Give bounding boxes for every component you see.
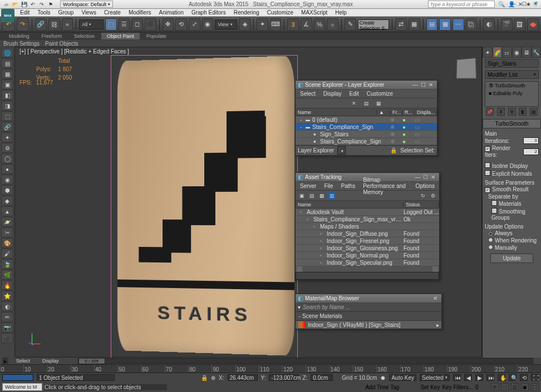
material-item[interactable]: Indoor_Sign ( VRayMtl ) [Sign_Stairs] — [308, 322, 436, 328]
key-mode-combo[interactable]: Selected — [420, 374, 450, 381]
left-tool-1[interactable]: ▤ — [1, 58, 13, 68]
lock-selection-icon[interactable]: 🔒 — [201, 375, 208, 381]
at-row[interactable]: ▫Indoor_Sign_Specular.pngFound — [296, 259, 439, 266]
at-row[interactable]: ▫Indoor_Sign_Diffuse.pngFound — [296, 230, 439, 237]
cmd-tab-hierarchy[interactable]: ⚏ — [502, 47, 512, 58]
material-browser-panel[interactable]: ◧Material/Map Browser✕ ▾ Search by Name … — [295, 294, 442, 329]
at-status-field[interactable] — [296, 272, 439, 280]
named-selection-combo[interactable]: Create Selection S — [358, 19, 390, 29]
menu-group[interactable]: Group — [55, 9, 77, 16]
ribbon-tab-populate[interactable]: Populate — [141, 33, 172, 39]
modifier-turbosmooth[interactable]: ⦿ TurboSmooth — [485, 82, 538, 90]
tool-expand-button[interactable]: ▸ — [2, 358, 8, 365]
cmd-tab-motion[interactable]: ◉ — [512, 47, 522, 58]
qat-open-icon[interactable]: 📂 — [11, 1, 19, 8]
close-button[interactable]: ✕ — [530, 0, 541, 8]
update-render-radio[interactable] — [488, 237, 493, 242]
transform-y-field[interactable]: -123.007cm — [269, 374, 299, 381]
maximize-button[interactable]: ☐ — [519, 0, 530, 8]
menu-maxscript[interactable]: MAXScript — [298, 9, 331, 16]
play-button[interactable]: ▶ — [475, 374, 483, 381]
left-tool-18[interactable]: 🎨 — [1, 238, 13, 248]
curve-editor-button[interactable]: 〰 — [453, 18, 464, 31]
unlink-button[interactable]: ⛓ — [48, 18, 60, 31]
timeline-key-button[interactable] — [2, 374, 33, 381]
se-menu-customize[interactable]: Customize — [363, 91, 396, 97]
isoline-checkbox[interactable] — [485, 162, 490, 168]
left-tool-20[interactable]: 🍃 — [1, 259, 13, 269]
autokey-icon[interactable]: ⏺ — [380, 375, 386, 381]
at-icon-3[interactable]: ▦ — [318, 192, 326, 200]
bind-spacewarp-button[interactable]: ≈ — [62, 18, 73, 31]
at-menu-bitmap[interactable]: Bitmap Performance and Memory — [360, 177, 411, 195]
left-tool-14[interactable]: ◆ — [1, 196, 13, 206]
left-tool-17[interactable]: ✂ — [1, 227, 13, 237]
nav-zoom-button[interactable]: 🔍 — [509, 374, 517, 381]
left-tool-23[interactable]: ⭐ — [1, 291, 13, 301]
at-row[interactable]: ▫Indoor_Sign_Fresnel.pngFound — [296, 237, 439, 245]
ribbon-tab-selection[interactable]: Selection — [68, 33, 100, 39]
render-iters-spinner[interactable]: 2 — [523, 148, 539, 155]
se-footer-dropdown[interactable] — [337, 146, 346, 155]
left-tool-9[interactable]: ⚙ — [1, 143, 13, 153]
transform-z-field[interactable]: 0.0cm — [311, 374, 333, 381]
menu-rendering[interactable]: Rendering — [230, 9, 263, 16]
time-slider-track[interactable]: 0 / 225 — [78, 358, 533, 364]
menu-create[interactable]: Create — [101, 9, 124, 16]
qat-redo-icon[interactable]: ↷ — [38, 1, 46, 8]
at-menu-paths[interactable]: Paths — [338, 183, 359, 189]
set-key-button[interactable]: Set Key — [420, 384, 440, 390]
update-always-radio[interactable] — [488, 231, 493, 236]
explicit-normals-checkbox[interactable] — [485, 170, 490, 176]
play-start-button[interactable]: ⏮ — [453, 374, 461, 381]
at-row[interactable]: ▫Maps / Shaders — [296, 223, 439, 230]
cmd-tab-modify[interactable]: 🌈 — [493, 47, 503, 58]
left-tool-19[interactable]: 🖌 — [1, 249, 13, 259]
update-manually-radio[interactable] — [488, 245, 493, 250]
asset-tracking-min[interactable]: — — [414, 174, 421, 180]
update-button[interactable]: Update — [490, 254, 533, 263]
select-object-button[interactable]: ⬚ — [105, 18, 117, 31]
scene-explorer-max[interactable]: ☐ — [419, 82, 427, 88]
qat-save-icon[interactable]: 💾 — [20, 1, 28, 8]
material-editor-button[interactable]: ◐ — [483, 18, 495, 31]
left-tool-26[interactable]: 📷 — [1, 322, 13, 333]
se-menu-edit[interactable]: Edit — [346, 91, 362, 97]
ribbon-tab-modeling[interactable]: Modeling — [3, 33, 35, 39]
transform-x-field[interactable]: 26.443cm — [228, 374, 258, 381]
redo-button[interactable]: ↷ — [17, 18, 29, 31]
timeline-ruler[interactable]: 0102030405060708090100110120130140150160… — [0, 364, 541, 373]
left-tool-22[interactable]: 🔥 — [1, 280, 13, 290]
modifier-list-combo[interactable]: Modifier List — [485, 70, 539, 79]
brush-brush-settings[interactable]: Brush Settings — [3, 41, 40, 47]
viewport-label[interactable]: [+] [ Perspective ] [Realistic + Edged F… — [19, 48, 129, 54]
frame-field[interactable]: 0 — [475, 384, 489, 390]
material-menu-button[interactable]: ▸ — [436, 322, 439, 328]
nav-orbit-button[interactable]: ⟲ — [520, 374, 528, 381]
percent-snap-button[interactable]: % — [314, 18, 326, 31]
rotate-button[interactable]: ⟲ — [175, 18, 187, 31]
left-tool-10[interactable]: ◯ — [1, 153, 13, 163]
at-menu-server[interactable]: Server — [297, 183, 319, 189]
brush-paint-objects[interactable]: Paint Objects — [45, 41, 78, 47]
ribbon-tab-freeform[interactable]: Freeform — [36, 33, 68, 39]
auto-key-button[interactable]: Auto Key — [389, 374, 416, 381]
play-next-button[interactable]: ⏭ — [486, 374, 494, 381]
workspace-selector[interactable]: Workspace: Default — [60, 1, 113, 8]
asset-tracking-tree[interactable]: NameStatus ▫Autodesk VaultLogged Out ...… — [296, 201, 439, 266]
left-tool-16[interactable]: 🪐 — [1, 217, 13, 227]
se-lock-icon[interactable]: 🔒 — [390, 147, 397, 153]
transform-type-icon[interactable]: ⊕ — [211, 375, 215, 381]
at-row[interactable]: ▫Stairs_Compliance_Sign_max_vray.maxOk — [296, 216, 439, 223]
minimize-button[interactable]: — — [508, 0, 519, 8]
rendered-frame-button[interactable]: 🖼 — [514, 18, 526, 31]
left-tool-21[interactable]: 🌿 — [1, 270, 13, 280]
infocenter-search-icon[interactable]: 🔍 — [498, 1, 505, 7]
mat-search-toggle[interactable]: ▾ — [296, 304, 303, 310]
at-icon-2[interactable]: ▤ — [308, 192, 316, 200]
left-tool-6[interactable]: ⬚ — [1, 111, 13, 121]
menu-animation[interactable]: Animation — [155, 9, 186, 16]
render-setup-button[interactable]: 🎬 — [501, 18, 513, 31]
app-menu-button[interactable]: MAX — [1, 9, 14, 22]
at-icon-1[interactable]: ▣ — [298, 192, 306, 200]
